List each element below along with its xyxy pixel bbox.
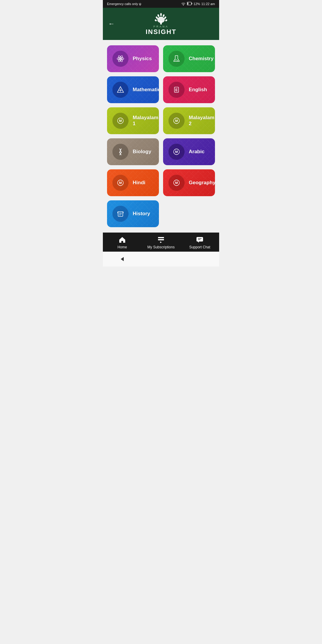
svg-text:M: M xyxy=(175,181,178,185)
biology-icon-circle xyxy=(112,144,129,160)
svg-rect-44 xyxy=(158,239,164,240)
svg-point-13 xyxy=(120,58,121,59)
header: ← PRANA INSIGHT xyxy=(103,8,219,40)
wifi-icon xyxy=(181,2,186,6)
english-icon-circle: E xyxy=(168,82,185,98)
subject-card-biology[interactable]: Biology xyxy=(107,138,159,165)
svg-text:M: M xyxy=(175,119,178,123)
hindi-label: Hindi xyxy=(133,180,145,186)
subject-card-malayalam1[interactable]: M Malayalam 1 xyxy=(107,107,159,134)
support-icon xyxy=(196,236,204,244)
mathematics-label: Mathematics xyxy=(133,87,159,93)
english-label: English xyxy=(189,87,207,93)
svg-text:E: E xyxy=(175,88,178,92)
subject-card-chemistry[interactable]: Chemistry xyxy=(163,45,215,72)
malayalam1-icon-circle: M xyxy=(112,113,129,129)
battery-icon xyxy=(187,2,192,6)
svg-point-7 xyxy=(157,14,160,17)
logo-subtitle: PRANA xyxy=(153,25,168,28)
logo-icon xyxy=(153,12,169,25)
time: 11:22 am xyxy=(201,2,215,6)
svg-point-18 xyxy=(175,60,176,61)
malayalam2-icon-circle: M xyxy=(168,113,185,129)
subject-card-mathematics[interactable]: Mathematics xyxy=(107,76,159,103)
nav-support[interactable]: Support Chat xyxy=(180,236,219,249)
subject-card-physics[interactable]: Physics xyxy=(107,45,159,72)
nav-home-label: Home xyxy=(117,245,127,249)
svg-point-11 xyxy=(154,19,157,22)
svg-rect-2 xyxy=(192,3,192,4)
arabic-icon-circle: M xyxy=(168,144,185,160)
status-left: Emergency calls only ψ xyxy=(107,2,141,6)
physics-label: Physics xyxy=(133,56,152,62)
back-button[interactable]: ← xyxy=(108,20,115,28)
subscriptions-icon xyxy=(157,236,165,244)
back-system-button[interactable] xyxy=(118,255,127,264)
nav-subscriptions-label: My Subscriptions xyxy=(147,245,174,249)
status-right: 12% 11:22 am xyxy=(181,2,215,6)
recents-system-button[interactable] xyxy=(195,255,204,264)
svg-point-19 xyxy=(177,60,178,61)
subject-card-geography[interactable]: M Geography xyxy=(163,169,215,196)
subject-card-english[interactable]: E English xyxy=(163,76,215,103)
chemistry-label: Chemistry xyxy=(189,56,213,62)
subject-card-hindi[interactable]: M Hindi xyxy=(107,169,159,196)
chemistry-icon-circle xyxy=(168,51,185,67)
home-icon xyxy=(118,236,126,244)
subject-card-malayalam2[interactable]: M Malayalam 2 xyxy=(163,107,215,134)
malayalam1-label: Malayalam 1 xyxy=(133,115,158,127)
nav-home[interactable]: Home xyxy=(103,236,142,249)
battery-percent: 12% xyxy=(193,2,200,6)
bottom-nav: Home My Subscriptions Support Chat xyxy=(103,233,219,252)
arabic-label: Arabic xyxy=(189,149,205,155)
mathematics-icon-circle xyxy=(112,82,129,98)
nav-support-label: Support Chat xyxy=(189,245,210,249)
subjects-grid: Physics Chemistry Mathematics xyxy=(103,40,219,233)
svg-rect-43 xyxy=(158,237,164,238)
hindi-icon-circle: M xyxy=(112,175,129,191)
svg-point-8 xyxy=(162,14,165,17)
logo: PRANA INSIGHT xyxy=(145,12,176,36)
svg-rect-47 xyxy=(196,237,203,242)
svg-point-6 xyxy=(160,13,162,16)
home-system-button[interactable] xyxy=(157,255,165,264)
status-bar: Emergency calls only ψ 12% 11:22 am xyxy=(103,0,219,8)
svg-text:M: M xyxy=(175,150,178,154)
svg-text:M: M xyxy=(119,119,122,123)
svg-marker-48 xyxy=(198,242,199,243)
malayalam2-label: Malayalam 2 xyxy=(189,115,214,127)
history-label: History xyxy=(133,211,150,217)
svg-point-12 xyxy=(165,19,168,22)
svg-text:M: M xyxy=(119,181,122,185)
geography-label: Geography xyxy=(189,180,215,186)
svg-point-20 xyxy=(176,59,177,60)
biology-label: Biology xyxy=(133,149,151,155)
subject-card-arabic[interactable]: M Arabic xyxy=(163,138,215,165)
svg-rect-1 xyxy=(188,3,188,5)
svg-marker-45 xyxy=(160,242,162,243)
svg-point-5 xyxy=(157,17,165,23)
logo-title: INSIGHT xyxy=(145,28,176,36)
physics-icon-circle xyxy=(112,51,129,67)
system-nav xyxy=(103,252,219,267)
svg-rect-46 xyxy=(158,241,160,242)
geography-icon-circle: M xyxy=(168,175,185,191)
nav-subscriptions[interactable]: My Subscriptions xyxy=(142,236,180,249)
history-icon-circle xyxy=(112,206,129,222)
subject-card-history[interactable]: History xyxy=(107,200,159,227)
svg-marker-51 xyxy=(121,257,124,261)
